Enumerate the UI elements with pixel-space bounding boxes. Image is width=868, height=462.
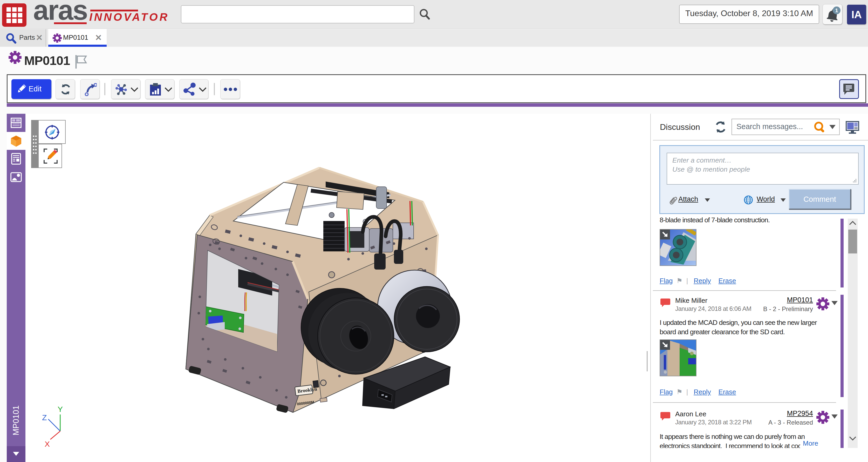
svg-text:X: X	[44, 440, 50, 448]
svg-text:Y: Y	[58, 405, 63, 413]
svg-text:Z: Z	[42, 413, 47, 422]
